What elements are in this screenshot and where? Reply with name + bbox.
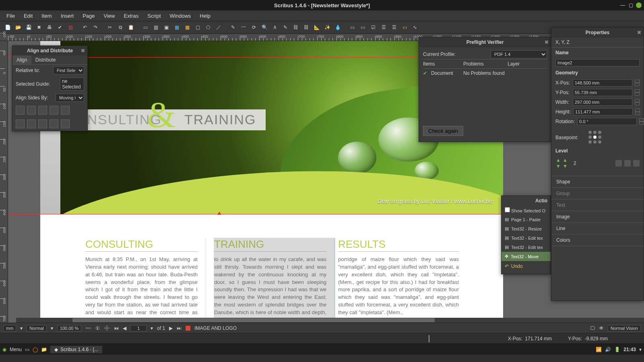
zoom-icon[interactable]: 🔍 bbox=[260, 23, 269, 32]
wifi-icon[interactable]: 📶 bbox=[596, 347, 602, 352]
paste-icon[interactable]: 📋 bbox=[126, 23, 135, 32]
edit-contents-icon[interactable]: Ａ bbox=[270, 23, 279, 32]
clock[interactable]: 21:43 bbox=[623, 347, 636, 352]
new-icon[interactable]: 📄 bbox=[3, 23, 12, 32]
zoom-in-icon[interactable]: ➕ bbox=[104, 325, 110, 331]
align-top-icon[interactable] bbox=[50, 106, 58, 115]
preflight-icon[interactable]: ✔ bbox=[56, 23, 64, 32]
open-icon[interactable]: 📂 bbox=[14, 23, 23, 32]
pdf-check-icon[interactable]: ☑ bbox=[369, 23, 378, 32]
zoom-value[interactable]: 100.00 % bbox=[57, 325, 81, 331]
polygon-icon[interactable]: ⬠ bbox=[204, 23, 213, 32]
align-center-v-icon[interactable] bbox=[61, 106, 70, 115]
basepoint-selector[interactable] bbox=[588, 131, 602, 144]
close-doc-icon[interactable]: ✖ bbox=[35, 23, 43, 32]
page-number[interactable]: 1 bbox=[130, 325, 147, 331]
save-icon[interactable]: 💾 bbox=[24, 23, 33, 32]
rotation-field[interactable] bbox=[577, 118, 637, 125]
print-icon[interactable]: 🖶 bbox=[45, 23, 54, 32]
measure-icon[interactable]: 📐 bbox=[312, 23, 321, 32]
undo-button[interactable]: ↶Undo bbox=[502, 261, 551, 272]
page-prev-icon[interactable]: ◀ bbox=[123, 325, 126, 331]
ruler-vertical[interactable]: -100-50050100150200250300350400450500550… bbox=[0, 41, 8, 323]
action-history-panel[interactable]: Actio Show Selected O ▤Page 1 - Paste ▤T… bbox=[501, 195, 551, 274]
menu-windows[interactable]: Windows bbox=[166, 12, 195, 20]
text-frame-icon[interactable]: ▥ bbox=[151, 23, 160, 32]
page-first-icon[interactable]: ⏮ bbox=[114, 325, 119, 331]
close-icon[interactable] bbox=[636, 2, 642, 8]
zoom-out-icon[interactable]: ➖ bbox=[85, 325, 91, 331]
scrollbar-horizontal[interactable] bbox=[16, 318, 644, 323]
acc-shape[interactable]: Shape bbox=[551, 176, 644, 188]
edit-text-icon[interactable]: ✎ bbox=[281, 23, 290, 32]
undo-icon[interactable]: ↶ bbox=[80, 23, 89, 32]
align-b3-icon[interactable] bbox=[38, 119, 47, 128]
maximize-icon[interactable]: ▢ bbox=[628, 2, 634, 8]
level-up-icon[interactable]: ▲ bbox=[562, 158, 568, 162]
acc-line[interactable]: Line bbox=[551, 223, 644, 234]
show-selected-checkbox[interactable] bbox=[505, 207, 510, 212]
menu-edit[interactable]: Edit bbox=[20, 12, 37, 20]
menu-help[interactable]: Help bbox=[196, 12, 215, 20]
menu-item[interactable]: Item bbox=[37, 12, 56, 20]
acc-group[interactable]: Group bbox=[551, 188, 644, 200]
files-icon[interactable]: 📁 bbox=[41, 347, 47, 352]
profile-select[interactable]: PDF 1.4 bbox=[491, 50, 547, 58]
copy-icon[interactable]: ⧉ bbox=[116, 23, 125, 32]
pdf-button-icon[interactable]: ▭ bbox=[348, 23, 357, 32]
pdf-icon[interactable]: ▤ bbox=[66, 23, 75, 32]
redo-icon[interactable]: ↷ bbox=[91, 23, 100, 32]
menu-insert[interactable]: Insert bbox=[57, 12, 78, 20]
mint-icon[interactable]: ◉ bbox=[2, 347, 6, 352]
tab-align[interactable]: Align bbox=[12, 56, 31, 64]
close-icon[interactable]: ✖ bbox=[545, 39, 549, 45]
menu-script[interactable]: Script bbox=[143, 12, 165, 20]
tray-icon[interactable]: ▾ bbox=[639, 347, 642, 352]
rotate-icon[interactable]: ⟳ bbox=[250, 23, 258, 32]
cut-icon[interactable]: ✂ bbox=[105, 23, 114, 32]
show-desktop-icon[interactable]: ▭ bbox=[25, 347, 29, 352]
unlink-frames-icon[interactable]: ⛓ bbox=[302, 23, 311, 32]
pdf-combo-icon[interactable]: ☰ bbox=[379, 23, 388, 32]
align-left-icon[interactable] bbox=[16, 106, 25, 115]
layer-name[interactable]: IMAGE AND LOGO bbox=[194, 325, 237, 331]
battery-icon[interactable]: 🔋 bbox=[614, 347, 620, 352]
page-next-icon[interactable]: ▶ bbox=[169, 325, 173, 331]
menu-extras[interactable]: Extras bbox=[120, 12, 143, 20]
level-down-icon[interactable]: ▼ bbox=[562, 164, 568, 169]
close-icon[interactable]: ✖ bbox=[637, 30, 641, 35]
level-top-icon[interactable]: ▲ bbox=[555, 158, 561, 162]
align-b4-icon[interactable] bbox=[50, 119, 58, 128]
acc-colors[interactable]: Colors bbox=[551, 234, 644, 246]
selected-frame-overlay[interactable] bbox=[214, 238, 335, 323]
pdf-link-icon[interactable]: ∿ bbox=[411, 23, 419, 32]
firefox-icon[interactable]: ◯ bbox=[33, 347, 38, 352]
image-frame-icon[interactable]: ▣ bbox=[162, 23, 171, 32]
width-field[interactable] bbox=[573, 99, 632, 106]
level-bottom-icon[interactable]: ▼ bbox=[555, 164, 561, 169]
pdf-text-icon[interactable]: ▭ bbox=[358, 23, 367, 32]
tab-distribute[interactable]: Distribute bbox=[31, 56, 60, 64]
pdf-annot-icon[interactable]: ▭ bbox=[400, 23, 409, 32]
bezier-icon[interactable]: ✎ bbox=[229, 23, 237, 32]
ypos-field[interactable] bbox=[573, 89, 632, 96]
acc-image[interactable]: Image bbox=[551, 211, 644, 223]
shape-icon[interactable]: ▢ bbox=[193, 23, 202, 32]
preview-mode[interactable]: Normal bbox=[27, 325, 46, 331]
menu-view[interactable]: View bbox=[100, 12, 119, 20]
volume-icon[interactable]: 🔊 bbox=[605, 347, 611, 352]
table-icon[interactable]: ▦ bbox=[183, 23, 192, 32]
close-icon[interactable]: ✖ bbox=[81, 48, 85, 53]
menu-file[interactable]: File bbox=[2, 12, 19, 20]
menu-page[interactable]: Page bbox=[78, 12, 99, 20]
cms-icon[interactable]: 🖵 bbox=[590, 325, 595, 331]
properties-panel[interactable]: Properties✖ X, Y, Z Name Geometry X-Pos:… bbox=[551, 27, 644, 301]
minimize-icon[interactable]: — bbox=[620, 2, 625, 8]
freehand-icon[interactable]: 〰 bbox=[239, 23, 248, 32]
height-field[interactable] bbox=[573, 108, 633, 115]
vision-mode[interactable]: Normal Vision bbox=[608, 325, 641, 331]
units-select[interactable]: mm bbox=[3, 325, 16, 331]
menu-button[interactable]: Menu bbox=[10, 347, 22, 352]
align-center-h-icon[interactable] bbox=[27, 106, 36, 115]
preview-icon[interactable]: 👁 bbox=[599, 325, 604, 331]
